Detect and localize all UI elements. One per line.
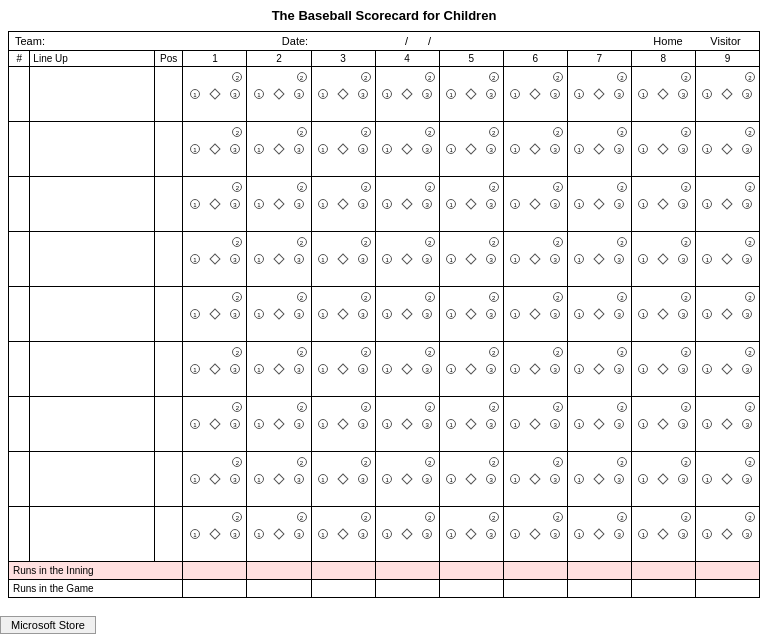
player-pos bbox=[154, 67, 182, 122]
player-number bbox=[9, 342, 30, 397]
player-4-inning-9: 2 1 3 bbox=[695, 287, 759, 342]
date-label: Date: bbox=[195, 35, 395, 47]
player-7-inning-5: 2 1 3 bbox=[439, 452, 503, 507]
player-0-inning-5: 2 1 3 bbox=[439, 67, 503, 122]
taskbar: Microsoft Store bbox=[0, 616, 96, 634]
player-3-inning-6: 2 1 3 bbox=[503, 232, 567, 287]
scoring-inning-0-6 bbox=[503, 562, 567, 580]
player-7-inning-7: 2 1 3 bbox=[567, 452, 631, 507]
player-pos bbox=[154, 177, 182, 232]
player-6-inning-3: 2 1 3 bbox=[311, 397, 375, 452]
player-pos bbox=[154, 122, 182, 177]
player-6-inning-6: 2 1 3 bbox=[503, 397, 567, 452]
player-6-inning-8: 2 1 3 bbox=[631, 397, 695, 452]
col-header-9: 9 bbox=[695, 51, 759, 67]
player-number bbox=[9, 507, 30, 562]
player-5-inning-6: 2 1 3 bbox=[503, 342, 567, 397]
col-header-3: 3 bbox=[311, 51, 375, 67]
player-1-inning-9: 2 1 3 bbox=[695, 122, 759, 177]
player-name bbox=[30, 397, 155, 452]
player-pos bbox=[154, 287, 182, 342]
player-7-inning-9: 2 1 3 bbox=[695, 452, 759, 507]
player-name bbox=[30, 342, 155, 397]
player-number bbox=[9, 452, 30, 507]
player-pos bbox=[154, 452, 182, 507]
player-8-inning-7: 2 1 3 bbox=[567, 507, 631, 562]
player-1-inning-4: 2 1 3 bbox=[375, 122, 439, 177]
player-name bbox=[30, 287, 155, 342]
scoring-inning-1-1 bbox=[183, 580, 247, 598]
player-5-inning-2: 2 1 3 bbox=[247, 342, 311, 397]
player-number bbox=[9, 287, 30, 342]
col-header-7: 7 bbox=[567, 51, 631, 67]
col-header-1: 1 bbox=[183, 51, 247, 67]
scorecard-table: # Line Up Pos 1 2 3 4 5 6 7 8 9 2 1 bbox=[8, 50, 760, 598]
player-0-inning-8: 2 1 3 bbox=[631, 67, 695, 122]
player-1-inning-3: 2 1 3 bbox=[311, 122, 375, 177]
col-header-4: 4 bbox=[375, 51, 439, 67]
col-header-lineup: Line Up bbox=[30, 51, 155, 67]
player-1-inning-2: 2 1 3 bbox=[247, 122, 311, 177]
scoring-inning-0-4 bbox=[375, 562, 439, 580]
col-header-6: 6 bbox=[503, 51, 567, 67]
player-4-inning-3: 2 1 3 bbox=[311, 287, 375, 342]
player-4-inning-8: 2 1 3 bbox=[631, 287, 695, 342]
scoring-inning-0-5 bbox=[439, 562, 503, 580]
player-6-inning-7: 2 1 3 bbox=[567, 397, 631, 452]
player-2-inning-3: 2 1 3 bbox=[311, 177, 375, 232]
player-8-inning-2: 2 1 3 bbox=[247, 507, 311, 562]
player-4-inning-6: 2 1 3 bbox=[503, 287, 567, 342]
player-0-inning-1: 2 1 3 bbox=[183, 67, 247, 122]
player-4-inning-4: 2 1 3 bbox=[375, 287, 439, 342]
scoring-inning-0-8 bbox=[631, 562, 695, 580]
player-3-inning-2: 2 1 3 bbox=[247, 232, 311, 287]
player-5-inning-3: 2 1 3 bbox=[311, 342, 375, 397]
scoring-inning-0-7 bbox=[567, 562, 631, 580]
header-row: Team: Date: / / Home Visitor bbox=[8, 31, 760, 50]
player-pos bbox=[154, 507, 182, 562]
home-label: Home bbox=[638, 35, 698, 47]
player-pos bbox=[154, 232, 182, 287]
scoring-inning-0-3 bbox=[311, 562, 375, 580]
player-1-inning-7: 2 1 3 bbox=[567, 122, 631, 177]
player-7-inning-4: 2 1 3 bbox=[375, 452, 439, 507]
player-5-inning-9: 2 1 3 bbox=[695, 342, 759, 397]
player-3-inning-3: 2 1 3 bbox=[311, 232, 375, 287]
player-6-inning-5: 2 1 3 bbox=[439, 397, 503, 452]
player-7-inning-3: 2 1 3 bbox=[311, 452, 375, 507]
player-8-inning-5: 2 1 3 bbox=[439, 507, 503, 562]
scoring-inning-0-9 bbox=[695, 562, 759, 580]
player-6-inning-9: 2 1 3 bbox=[695, 397, 759, 452]
player-3-inning-7: 2 1 3 bbox=[567, 232, 631, 287]
player-pos bbox=[154, 397, 182, 452]
player-0-inning-7: 2 1 3 bbox=[567, 67, 631, 122]
player-3-inning-8: 2 1 3 bbox=[631, 232, 695, 287]
player-2-inning-9: 2 1 3 bbox=[695, 177, 759, 232]
player-3-inning-5: 2 1 3 bbox=[439, 232, 503, 287]
player-number bbox=[9, 177, 30, 232]
player-2-inning-2: 2 1 3 bbox=[247, 177, 311, 232]
scoring-label-0: Runs in the Inning bbox=[9, 562, 183, 580]
player-3-inning-1: 2 1 3 bbox=[183, 232, 247, 287]
player-0-inning-4: 2 1 3 bbox=[375, 67, 439, 122]
player-3-inning-4: 2 1 3 bbox=[375, 232, 439, 287]
player-7-inning-2: 2 1 3 bbox=[247, 452, 311, 507]
scoring-inning-1-4 bbox=[375, 580, 439, 598]
player-4-inning-2: 2 1 3 bbox=[247, 287, 311, 342]
player-5-inning-4: 2 1 3 bbox=[375, 342, 439, 397]
player-number bbox=[9, 397, 30, 452]
player-2-inning-7: 2 1 3 bbox=[567, 177, 631, 232]
scoring-inning-0-1 bbox=[183, 562, 247, 580]
scoring-inning-1-5 bbox=[439, 580, 503, 598]
player-2-inning-1: 2 1 3 bbox=[183, 177, 247, 232]
player-1-inning-8: 2 1 3 bbox=[631, 122, 695, 177]
store-label: Microsoft Store bbox=[11, 619, 85, 631]
date-slash1: / bbox=[405, 35, 408, 47]
player-2-inning-5: 2 1 3 bbox=[439, 177, 503, 232]
team-label: Team: bbox=[15, 35, 195, 47]
player-3-inning-9: 2 1 3 bbox=[695, 232, 759, 287]
player-0-inning-9: 2 1 3 bbox=[695, 67, 759, 122]
player-name bbox=[30, 507, 155, 562]
player-0-inning-2: 2 1 3 bbox=[247, 67, 311, 122]
player-4-inning-5: 2 1 3 bbox=[439, 287, 503, 342]
